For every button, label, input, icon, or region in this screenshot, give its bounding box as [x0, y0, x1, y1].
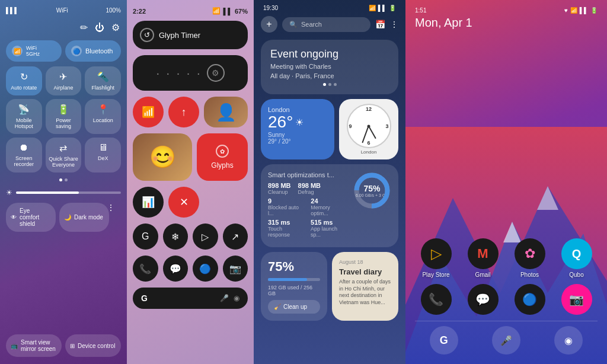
- smart-view-label: Smart view mirror screen: [21, 339, 57, 352]
- settings-icon[interactable]: ⚙: [111, 22, 120, 33]
- qs-autorotate[interactable]: ↻ Auto rotate: [6, 66, 42, 95]
- brightness-icon: ☀: [6, 189, 12, 197]
- eye-comfort-tile[interactable]: 👁 Eye comfort shield: [6, 203, 56, 232]
- optimizer-donut-chart: 75% 6.00 GB/s + 3 GB: [353, 171, 391, 210]
- nothing-app-gm[interactable]: G: [133, 223, 158, 250]
- bottom-toggles-container: 👁 Eye comfort shield 🌙 Dark mode ⋮: [6, 203, 121, 232]
- battery-p4: 🔋: [590, 7, 598, 14]
- nothing-app-fan[interactable]: ❄: [163, 223, 189, 250]
- edit-icon[interactable]: ✏: [80, 22, 88, 33]
- clock-face: 12 3 6 9: [347, 104, 391, 148]
- add-widget-button[interactable]: +: [261, 16, 277, 33]
- search-label-p3: Search: [301, 21, 322, 28]
- diary-date: August 18: [339, 259, 391, 265]
- page-dots: [6, 178, 121, 181]
- qs-hotspot[interactable]: 📡 Mobile Hotspot: [6, 99, 42, 134]
- gmail-icon: M: [468, 238, 499, 269]
- event-title: Event ongoing: [270, 48, 389, 60]
- qubo-label: Qubo: [569, 272, 583, 278]
- nothing-search-bar[interactable]: G 🎤 ◉: [133, 288, 248, 309]
- app-row-2: 📞 💬 🔵 📷: [415, 284, 598, 315]
- mic-icon[interactable]: 🎤: [220, 294, 229, 302]
- touch-label: Touch response: [268, 226, 304, 238]
- more-icon-p3[interactable]: ⋮: [390, 20, 398, 29]
- clock-widget: 12 3 6 9 London: [339, 99, 398, 159]
- nothing-app-arrow[interactable]: ↗: [223, 223, 248, 250]
- dark-mode-tile[interactable]: 🌙 Dark mode: [59, 203, 109, 232]
- storage-percent: 75%: [268, 259, 320, 274]
- glyphs-tile[interactable]: ✿ Glyphs: [197, 133, 248, 181]
- wifi-tile[interactable]: 📶 WiFi5GHz: [6, 40, 62, 62]
- qs-quickshare[interactable]: ⇄ Quick Share Everyone: [46, 138, 82, 173]
- smart-view-tile[interactable]: 📺 Smart view mirror screen: [6, 334, 62, 357]
- battery-p2: 67%: [235, 8, 248, 15]
- screenrecorder-label: Screen recorder: [8, 155, 40, 167]
- p3-storage-diary-row: 75% 192 GB used / 256 GB 🧹 Clean up Augu…: [254, 252, 405, 321]
- app-playstore[interactable]: ▷ Play Store: [421, 238, 452, 278]
- power-icon[interactable]: ⏻: [95, 23, 104, 33]
- dock-lens[interactable]: ◉: [554, 326, 583, 355]
- flashlight-icon: 🔦: [97, 71, 109, 82]
- qs-wifi-bluetooth-row: 📶 WiFi5GHz 🔵 Bluetooth: [6, 40, 121, 62]
- nothing-app-browser[interactable]: 🔵: [193, 256, 218, 282]
- qs-powersaving[interactable]: 🔋 Power saving: [46, 99, 82, 134]
- storage-card: 75% 192 GB used / 256 GB 🧹 Clean up: [261, 252, 327, 321]
- glyph-timer-tile[interactable]: ↺ Glyph Timer: [133, 21, 248, 49]
- nothing-btn-x[interactable]: ✕: [168, 187, 199, 218]
- weather-condition: Sunny: [268, 132, 327, 138]
- app-qubo[interactable]: Q Qubo: [561, 238, 592, 278]
- weather-city: London: [268, 106, 327, 113]
- clock-container: 12 3 6 9 London: [342, 99, 396, 159]
- glyphs-icon: ✿: [216, 145, 229, 158]
- calendar-icon-p3[interactable]: 📅: [375, 20, 385, 29]
- bluetooth-tile-icon: 🔵: [71, 46, 82, 56]
- event-dot-1: [323, 83, 326, 86]
- diary-text: After a couple of days in Ho Chi Minh, o…: [339, 279, 391, 306]
- qubo-icon: Q: [561, 238, 592, 269]
- app-chrome[interactable]: 🔵: [515, 284, 545, 315]
- app-gmail[interactable]: M Gmail: [468, 238, 499, 278]
- time-p4: 1:51: [415, 7, 426, 14]
- nothing-btn-wifi[interactable]: 📶: [133, 97, 164, 127]
- cleanup-label: Clean up: [283, 304, 307, 310]
- location-label: Location: [93, 117, 113, 123]
- chrome-icon: 🔵: [515, 284, 545, 315]
- memory-stat: 24 Memory optim...: [311, 197, 347, 216]
- brightness-bar[interactable]: [16, 191, 121, 194]
- app-messages[interactable]: 💬: [468, 284, 499, 315]
- playstore-label: Play Store: [422, 272, 449, 278]
- dex-icon: 🖥: [98, 142, 108, 153]
- launch-stat: 515 ms App launch sp...: [311, 219, 347, 238]
- glyph-person-icon: ⚙: [207, 64, 225, 82]
- wifi-icon: WiFi: [56, 7, 68, 14]
- dock-google[interactable]: G: [430, 326, 458, 355]
- event-dot-3: [334, 83, 337, 86]
- nothing-app-camera[interactable]: 📷: [223, 256, 248, 282]
- more-button[interactable]: ⋮: [107, 203, 115, 232]
- p3-search-bar[interactable]: 🔍 Search: [282, 17, 370, 32]
- qs-bottom-row: 👁 Eye comfort shield 🌙 Dark mode ⋮: [6, 203, 121, 232]
- nothing-btn-chart[interactable]: 📊: [133, 187, 164, 218]
- qs-location[interactable]: 📍 Location: [85, 99, 121, 134]
- nothing-btn-data[interactable]: ↑: [168, 97, 199, 127]
- optimizer-stat-row3: 315 ms Touch response 515 ms App launch …: [268, 219, 347, 238]
- nothing-app-play[interactable]: ▷: [193, 223, 218, 250]
- bluetooth-tile[interactable]: 🔵 Bluetooth: [65, 40, 121, 62]
- location-icon: 📍: [97, 104, 109, 115]
- qs-screenrecorder[interactable]: ⏺ Screen recorder: [6, 138, 42, 173]
- qs-airplane[interactable]: ✈ Airplane: [46, 66, 82, 95]
- defrag-label: Defrag: [298, 189, 321, 195]
- cleanup-button[interactable]: 🧹 Clean up: [268, 300, 320, 314]
- lens-icon[interactable]: ◉: [234, 294, 239, 302]
- blocked-label: Blocked auto l...: [268, 205, 304, 216]
- app-camera[interactable]: 📷: [561, 284, 592, 315]
- qs-flashlight[interactable]: 🔦 Flashlight: [85, 66, 121, 95]
- app-phone[interactable]: 📞: [421, 284, 452, 315]
- qs-dex[interactable]: 🖥 DeX: [85, 138, 121, 173]
- dock-mic[interactable]: 🎤: [492, 326, 520, 355]
- nothing-app-chat[interactable]: 💬: [163, 256, 189, 282]
- donut-percent: 75%: [363, 184, 380, 193]
- device-control-tile[interactable]: ⊞ Device control: [65, 334, 121, 357]
- nothing-app-phone[interactable]: 📞: [133, 256, 158, 282]
- app-photos[interactable]: ✿ Photos: [515, 238, 545, 278]
